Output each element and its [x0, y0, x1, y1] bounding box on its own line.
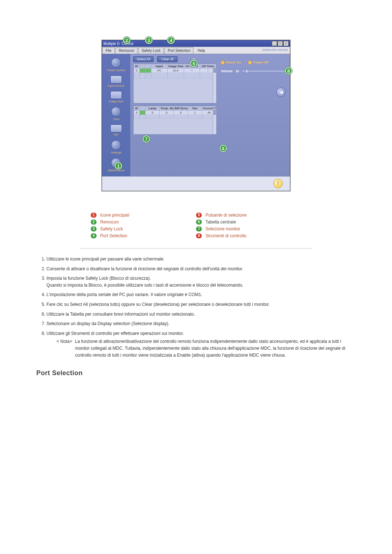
separator	[80, 248, 312, 249]
sidebar-label: PIP	[102, 133, 130, 136]
power-on-button[interactable]: Power On	[221, 61, 241, 64]
sidebar-label: Input Source	[102, 84, 130, 87]
radio-dot-icon	[248, 61, 252, 64]
volume-slider[interactable]	[242, 71, 286, 71]
menu-port-selection[interactable]: Port Selection	[164, 47, 193, 54]
table-row[interactable]	[134, 77, 216, 78]
list-item: Utilizzare la Tabella per consultare bre…	[46, 311, 356, 318]
table-row[interactable]	[134, 117, 216, 118]
legend-text: Selezione monitor	[205, 226, 240, 231]
footer-bar: !	[102, 176, 290, 191]
list-item: Utilizzare gli Strumenti di controllo pe…	[46, 330, 356, 358]
note-tag: < Nota>	[57, 338, 72, 358]
legend-badge: 7	[196, 226, 202, 231]
sidebar-label: Settings	[102, 151, 130, 154]
callout-8: 8	[285, 67, 292, 74]
legend-item-3: 3 Safety Lock	[91, 226, 196, 231]
power-off-button[interactable]: Power Off	[248, 61, 269, 64]
note-text: La funzione di attivazione/disattivazion…	[75, 338, 356, 358]
monitor-table-top: ID Input Image Size On Timer Off Timer 0	[133, 63, 217, 103]
legend-badge: 1	[91, 213, 97, 218]
list-item: Imposta la funzione Safety Lock (Blocco …	[46, 275, 356, 288]
list-item: L'impostazione della porta seriale del P…	[46, 291, 356, 298]
sidebar-label: Image Size	[102, 100, 130, 103]
sidebar-item-pip[interactable]: PIP	[102, 123, 130, 139]
scrollbar-vertical[interactable]	[213, 110, 216, 134]
sidebar-item-time[interactable]: Time	[102, 105, 130, 123]
window-close-button[interactable]: ×	[283, 41, 289, 46]
legend-item-6: 6 Tabella centrale	[196, 219, 301, 225]
input-source-icon	[110, 75, 122, 83]
legend-item-2: 2 Remocon	[91, 219, 196, 225]
sidebar-item-image-size[interactable]: Image Size	[102, 90, 130, 105]
legend-text: Strumenti di controllo	[205, 233, 246, 238]
radio-dot-icon	[221, 61, 224, 64]
menu-help[interactable]: Help	[194, 47, 208, 54]
menubar: File Remocon Safety Lock Port Selection …	[102, 47, 290, 54]
speaker-icon[interactable]: ◀	[276, 87, 286, 97]
brand-label: SAMSUNG DIGITall	[262, 47, 290, 54]
window-minimize-button[interactable]: _	[272, 41, 277, 46]
legend-badge: 2	[91, 219, 97, 225]
callout-7: 7	[143, 135, 150, 143]
legend: 1 Icone principali 2 Remocon 3 Safety Lo…	[80, 209, 312, 249]
menu-file[interactable]: File	[102, 47, 115, 54]
legend-item-7: 7 Selezione monitor	[196, 226, 301, 231]
callout-5: 5	[190, 60, 197, 67]
legend-badge: 5	[196, 213, 202, 218]
scroll-thumb[interactable]	[213, 68, 216, 73]
alert-icon[interactable]: !	[273, 179, 283, 188]
legend-text: Pulsante di selezione	[205, 213, 246, 218]
legend-badge: 6	[196, 219, 202, 225]
scroll-thumb[interactable]	[213, 110, 216, 115]
sidebar-label: Time	[102, 118, 130, 121]
pip-icon	[110, 124, 122, 132]
legend-badge: 4	[91, 233, 97, 238]
select-all-button[interactable]: Select All	[133, 56, 154, 62]
legend-text: Remocon	[100, 219, 119, 225]
sidebar-item-settings[interactable]: Settings	[102, 139, 130, 156]
explanation-list: Utilizzare le icone principali per passa…	[36, 256, 356, 358]
legend-item-5: 5 Pulsante di selezione	[196, 213, 301, 218]
list-item: Utilizzare le icone principali per passa…	[46, 256, 356, 263]
callout-2: 2	[123, 37, 130, 44]
callout-1: 1	[115, 162, 122, 169]
callout-6: 6	[220, 145, 227, 152]
table-header-row: ID Input Image Size On Timer Off Timer	[134, 64, 216, 69]
slider-thumb[interactable]	[246, 69, 248, 73]
clock-icon	[111, 107, 121, 117]
menu-remocon[interactable]: Remocon	[115, 47, 138, 54]
volume-control: Volume 10	[221, 69, 286, 73]
control-panel: Power On Power Off Volume 10	[221, 61, 286, 73]
sidebar: Power Control Input Source Image Size Ti…	[102, 54, 130, 176]
sidebar-item-power-control[interactable]: Power Control	[102, 56, 130, 74]
list-item: Fare clic su Select All (seleziona tutto…	[46, 301, 356, 308]
main-area: Select All Clear All le ID Input Ima	[130, 54, 290, 176]
callout-4: 4	[167, 37, 175, 44]
app-window: 2 3 4 5 8 6 7 1 Multiple D..Control _ □ …	[102, 40, 290, 191]
legend-badge: 3	[91, 226, 97, 231]
legend-text: Icone principali	[100, 213, 129, 218]
sidebar-label: Maintenance	[102, 169, 130, 172]
gear-icon	[111, 140, 121, 150]
legend-text: Port Selection	[100, 233, 127, 238]
sidebar-item-input-source[interactable]: Input Source	[102, 74, 130, 90]
monitor-table-bottom: ID Lamp Temp. Status B/R Sensor Fan Curr…	[133, 106, 217, 135]
legend-badge: 8	[196, 233, 202, 238]
window-titlebar: Multiple D..Control _ □ ×	[102, 40, 290, 47]
power-icon	[111, 58, 121, 68]
sidebar-label: Power Control	[102, 69, 130, 72]
scrollbar-vertical[interactable]	[213, 68, 216, 103]
volume-value: 10	[236, 69, 239, 73]
table-row[interactable]: 0 0 0 0 1 49	[134, 111, 216, 115]
section-heading-port-selection: Port Selection	[36, 369, 356, 377]
legend-item-4: 4 Port Selection	[91, 233, 196, 238]
menu-safety-lock[interactable]: Safety Lock	[138, 47, 164, 54]
legend-text: Tabella centrale	[205, 219, 236, 225]
window-maximize-button[interactable]: □	[278, 41, 283, 46]
list-item: Selezionare un display da Display select…	[46, 320, 356, 327]
volume-label: Volume	[221, 69, 233, 73]
table-row[interactable]: 0 PC 16:9 ○ ○	[134, 69, 216, 73]
clear-all-button[interactable]: Clear All	[157, 56, 177, 62]
callout-3: 3	[145, 37, 152, 44]
